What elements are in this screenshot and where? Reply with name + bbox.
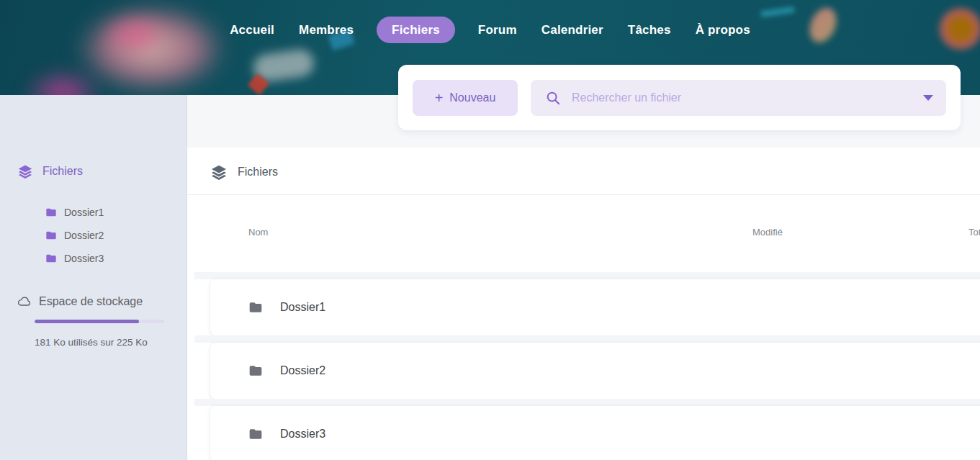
row-gap [194,272,980,279]
page-title-label: Fichiers [238,166,278,179]
file-search-box[interactable] [531,80,946,116]
sidebar-item-fichiers[interactable]: Fichiers [18,164,83,179]
main-content: Fichiers Nom Modifié Total Dossier1 Doss… [187,95,980,460]
storage-progressbar [35,320,164,323]
folder-icon [45,230,57,241]
file-name: Dossier2 [280,364,325,377]
chevron-down-icon[interactable] [923,95,933,101]
divider [187,194,980,195]
page-title: Fichiers [211,164,278,180]
file-toolbar: + Nouveau [398,65,961,130]
plus-icon: + [435,91,444,105]
nav-item-calendrier[interactable]: Calendrier [540,17,605,43]
nav-item-forum[interactable]: Forum [477,17,518,43]
sidebar: Fichiers Dossier1 Dossier2 Dossier3 Espa… [0,95,187,460]
row-gap [194,399,980,406]
cloud-icon [17,294,31,308]
storage-title-label: Espace de stockage [39,295,143,308]
decorative-blob-magenta [22,66,104,95]
sidebar-folder-dossier2[interactable]: Dossier2 [45,230,104,241]
sidebar-folder-dossier1[interactable]: Dossier1 [45,207,104,218]
nav-item-a-propos[interactable]: À propos [694,17,752,43]
layers-icon [18,164,32,179]
sidebar-folder-label: Dossier2 [64,230,104,241]
sidebar-folder-label: Dossier1 [64,207,104,218]
new-file-button[interactable]: + Nouveau [413,80,518,116]
file-name: Dossier1 [280,301,325,314]
folder-icon [45,207,57,218]
folder-icon [248,427,263,441]
files-app-page: { "nav": { "items": [ { "label": "Accuei… [0,0,980,460]
layers-icon [211,164,227,180]
file-list: Dossier1 Dossier2 Dossier3 [187,272,980,460]
search-icon [545,90,561,106]
new-file-button-label: Nouveau [449,91,495,104]
decorative-confetti-red [248,73,270,95]
sidebar-folder-label: Dossier3 [64,253,104,264]
nav-item-taches[interactable]: Tâches [626,17,673,43]
sidebar-folder-dossier3[interactable]: Dossier3 [45,253,104,264]
nav-item-fichiers[interactable]: Fichiers [377,17,455,43]
storage-progress-fill [35,320,139,323]
nav-item-accueil[interactable]: Accueil [228,17,276,43]
folder-icon [45,253,57,264]
main-nav: Accueil Membres Fichiers Forum Calendrie… [0,17,980,43]
nav-item-membres[interactable]: Membres [297,17,355,43]
row-gap [194,335,980,343]
column-header-nom: Nom [248,227,268,238]
file-name: Dossier3 [280,428,325,441]
folder-icon [248,300,263,315]
file-row-dossier2[interactable]: Dossier2 [210,343,980,399]
storage-usage-text: 181 Ko utilisés sur 225 Ko [35,337,148,348]
file-row-dossier3[interactable]: Dossier3 [210,406,980,460]
sidebar-item-label: Fichiers [42,165,83,178]
column-header-total: Total [968,227,980,238]
column-header-modifie: Modifié [752,227,783,238]
decorative-confetti-streak [760,6,796,18]
files-panel-header: Fichiers Nom Modifié Total [187,148,980,272]
decorative-confetti-pill [252,48,315,83]
storage-section-title: Espace de stockage [17,294,143,308]
file-row-dossier1[interactable]: Dossier1 [210,279,980,335]
search-input[interactable] [572,91,912,104]
folder-icon [248,364,263,378]
